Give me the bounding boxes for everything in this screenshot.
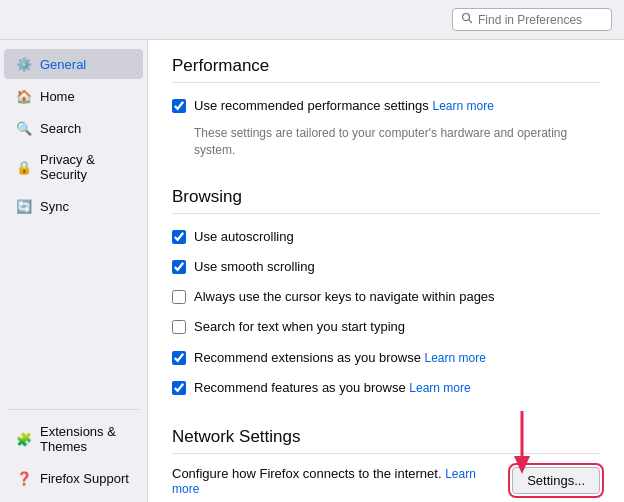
browsing-section: Browsing Use autoscrolling Use smooth sc…: [172, 187, 600, 399]
sidebar-item-label-privacy: Privacy & Security: [40, 152, 131, 182]
rec-features-label: Recommend features as you browse Learn m…: [194, 379, 471, 397]
rec-extensions-checkbox[interactable]: [172, 351, 186, 365]
performance-section: Performance Use recommended performance …: [172, 56, 600, 159]
top-bar: [0, 0, 624, 40]
sidebar: ⚙️ General 🏠 Home 🔍 Search 🔒 Privacy & S…: [0, 40, 148, 502]
gear-icon: ⚙️: [16, 56, 32, 72]
rec-features-row: Recommend features as you browse Learn m…: [172, 377, 600, 399]
cursor-row: Always use the cursor keys to navigate w…: [172, 286, 600, 308]
network-title: Network Settings: [172, 427, 600, 454]
search-input[interactable]: [478, 13, 603, 27]
performance-title: Performance: [172, 56, 600, 83]
sidebar-divider: [8, 409, 139, 410]
sidebar-item-extensions[interactable]: 🧩 Extensions & Themes: [4, 417, 143, 461]
network-row: Configure how Firefox connects to the in…: [172, 466, 600, 496]
findtext-checkbox[interactable]: [172, 320, 186, 334]
sidebar-item-search[interactable]: 🔍 Search: [4, 113, 143, 143]
autoscroll-row: Use autoscrolling: [172, 226, 600, 248]
rec-features-checkbox[interactable]: [172, 381, 186, 395]
sidebar-item-label-general: General: [40, 57, 86, 72]
rec-features-link[interactable]: Learn more: [409, 381, 470, 395]
sync-icon: 🔄: [16, 198, 32, 214]
rec-extensions-link[interactable]: Learn more: [425, 351, 486, 365]
lock-icon: 🔒: [16, 159, 32, 175]
autoscroll-label: Use autoscrolling: [194, 228, 294, 246]
sidebar-item-label-search: Search: [40, 121, 81, 136]
search-box[interactable]: [452, 8, 612, 31]
main-layout: ⚙️ General 🏠 Home 🔍 Search 🔒 Privacy & S…: [0, 40, 624, 502]
performance-learn-more-link[interactable]: Learn more: [432, 99, 493, 113]
rec-extensions-label: Recommend extensions as you browse Learn…: [194, 349, 486, 367]
network-description: Configure how Firefox connects to the in…: [172, 466, 500, 496]
network-section: Network Settings Configure how Firefox c…: [172, 427, 600, 496]
sidebar-item-sync[interactable]: 🔄 Sync: [4, 191, 143, 221]
recommended-sub: These settings are tailored to your comp…: [194, 125, 600, 159]
findtext-label: Search for text when you start typing: [194, 318, 405, 336]
sidebar-item-support[interactable]: ❓ Firefox Support: [4, 463, 143, 493]
sidebar-item-home[interactable]: 🏠 Home: [4, 81, 143, 111]
smooth-label: Use smooth scrolling: [194, 258, 315, 276]
search-icon: [461, 12, 473, 27]
network-settings-button[interactable]: Settings...: [512, 467, 600, 494]
findtext-row: Search for text when you start typing: [172, 316, 600, 338]
autoscroll-checkbox[interactable]: [172, 230, 186, 244]
cursor-checkbox[interactable]: [172, 290, 186, 304]
recommended-checkbox[interactable]: [172, 99, 186, 113]
sidebar-item-privacy[interactable]: 🔒 Privacy & Security: [4, 145, 143, 189]
puzzle-icon: 🧩: [16, 431, 32, 447]
sidebar-item-label-home: Home: [40, 89, 75, 104]
sidebar-item-label-support: Firefox Support: [40, 471, 129, 486]
question-icon: ❓: [16, 470, 32, 486]
sidebar-item-label-sync: Sync: [40, 199, 69, 214]
browsing-title: Browsing: [172, 187, 600, 214]
svg-line-1: [469, 20, 472, 23]
smooth-checkbox[interactable]: [172, 260, 186, 274]
rec-extensions-row: Recommend extensions as you browse Learn…: [172, 347, 600, 369]
search-sidebar-icon: 🔍: [16, 120, 32, 136]
recommended-setting-row: Use recommended performance settings Lea…: [172, 95, 600, 117]
sidebar-item-general[interactable]: ⚙️ General: [4, 49, 143, 79]
sidebar-item-label-extensions: Extensions & Themes: [40, 424, 131, 454]
content-area: Performance Use recommended performance …: [148, 40, 624, 502]
smooth-row: Use smooth scrolling: [172, 256, 600, 278]
home-icon: 🏠: [16, 88, 32, 104]
cursor-label: Always use the cursor keys to navigate w…: [194, 288, 495, 306]
recommended-label: Use recommended performance settings Lea…: [194, 97, 494, 115]
